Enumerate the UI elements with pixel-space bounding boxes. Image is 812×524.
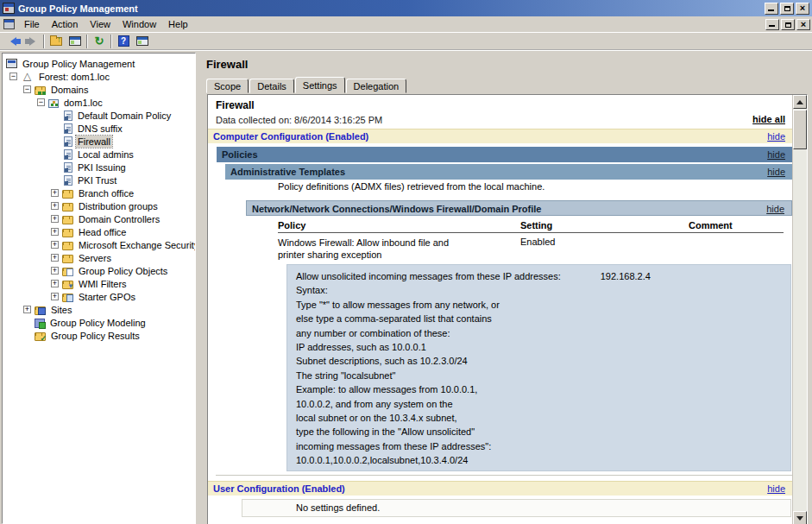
tab[interactable]: Details	[249, 79, 294, 93]
tab[interactable]: Delegation	[346, 79, 407, 93]
tree-expander[interactable]	[51, 163, 59, 171]
minimize-button[interactable]	[765, 3, 778, 15]
tree-expander[interactable]: +	[51, 267, 59, 275]
child-minimize-button[interactable]	[765, 19, 779, 30]
tree-item[interactable]: Firewall	[3, 135, 195, 148]
tree-item[interactable]: + Group Policy Objects	[3, 264, 195, 277]
up-one-level-button[interactable]	[47, 34, 66, 49]
scroll-up-icon	[796, 100, 803, 104]
tree-item-label: dom1.loc	[62, 97, 104, 109]
tree-expander[interactable]: +	[51, 293, 59, 300]
hide-link[interactable]: hide	[766, 201, 784, 217]
scrollbar-thumb[interactable]	[793, 110, 807, 149]
tree-item-label: Head office	[77, 226, 128, 238]
hide-all-link[interactable]: hide all	[752, 114, 785, 124]
tree-expander[interactable]: +	[51, 189, 59, 197]
tree-item[interactable]: Group Policy Modeling	[3, 316, 195, 329]
tree-item-icon	[48, 99, 59, 108]
report-scrollbar[interactable]	[792, 95, 807, 524]
tree-item-label: WMI Filters	[77, 278, 129, 290]
tree-item[interactable]: + Domain Controllers	[3, 212, 195, 225]
tab[interactable]: Settings	[295, 77, 345, 93]
admx-note: Policy definitions (ADMX files) retrieve…	[278, 181, 544, 192]
tree-item[interactable]: − △ Forest: dom1.loc	[3, 70, 195, 83]
result-panel: Firewall ScopeDetailsSettingsDelegation …	[201, 51, 812, 524]
tree-item[interactable]: + Starter GPOs	[3, 290, 195, 303]
main-area: Group Policy Management − △ Forest: dom1…	[0, 51, 812, 524]
tree-expander[interactable]: +	[51, 228, 59, 236]
show-action-pane-button[interactable]	[133, 34, 152, 49]
back-button[interactable]	[3, 34, 22, 49]
tree-item[interactable]: + Microsoft Exchange Security Groups	[3, 238, 195, 251]
detail-line: Example: to allow messages from 10.0.0.1…	[296, 382, 790, 396]
scroll-up-button[interactable]	[793, 95, 807, 109]
tree-item[interactable]: Group Policy Management	[3, 57, 195, 70]
tree-item[interactable]: + Servers	[3, 251, 195, 264]
menu-bar: FileActionViewWindowHelp ×	[0, 16, 812, 33]
tree-expander[interactable]: +	[51, 280, 59, 287]
tree-expander[interactable]: +	[51, 202, 59, 210]
tree-item[interactable]: Default Domain Policy	[3, 109, 195, 122]
menu-item[interactable]: Action	[46, 17, 85, 31]
tree-item[interactable]: Group Policy Results	[3, 329, 195, 342]
tree-item-label: Group Policy Modeling	[48, 317, 148, 329]
tree-item[interactable]: − Domains	[3, 83, 195, 96]
detail-text: Allow unsolicited incoming messages from…	[296, 271, 561, 281]
menu-item[interactable]: View	[84, 17, 116, 31]
tree-item[interactable]: + WMI Filters	[3, 277, 195, 290]
forward-button[interactable]	[22, 34, 41, 49]
tree-item[interactable]: + Sites	[3, 303, 195, 316]
tree-expander[interactable]: +	[23, 306, 31, 313]
child-close-button[interactable]: ×	[796, 19, 810, 30]
tree-expander[interactable]	[23, 319, 31, 326]
tree-item[interactable]: DNS suffix	[3, 122, 195, 135]
tree-item[interactable]: PKI Issuing	[3, 161, 195, 174]
tree-expander[interactable]: −	[37, 98, 45, 106]
restore-button[interactable]	[780, 3, 794, 15]
child-restore-button[interactable]	[781, 19, 795, 30]
detail-text: 10.0.0.1,10.0.0.2,localsubnet,10.3.4.0/2…	[296, 455, 468, 465]
tree-expander[interactable]: −	[23, 85, 31, 93]
hide-link[interactable]: hide	[767, 482, 785, 496]
tree-expander[interactable]	[51, 150, 59, 158]
help-button[interactable]: ?	[114, 34, 133, 49]
tree-expander[interactable]	[51, 111, 59, 119]
close-button[interactable]: ×	[796, 3, 809, 15]
tree-expander[interactable]	[51, 137, 59, 145]
menu-item[interactable]: Help	[162, 17, 194, 31]
hide-link[interactable]: hide	[767, 147, 785, 162]
detail-text: Example: to allow messages from 10.0.0.1…	[296, 384, 477, 395]
refresh-button[interactable]: ↻	[90, 34, 109, 49]
tree-expander[interactable]: +	[51, 241, 59, 249]
tree-item[interactable]: PKI Trust	[3, 174, 195, 186]
tree-expander[interactable]	[23, 331, 31, 339]
tree-item[interactable]: Local admins	[3, 148, 195, 161]
tree-item[interactable]: + Head office	[3, 225, 195, 238]
scroll-down-icon	[796, 516, 803, 521]
detail-line: IP addresses, such as 10.0.0.1	[296, 340, 790, 354]
tree-expander[interactable]: +	[51, 215, 59, 223]
hide-link[interactable]: hide	[767, 129, 785, 144]
detail-line: The string "localsubnet"	[296, 369, 790, 382]
hide-link[interactable]: hide	[767, 164, 785, 180]
tree-item-icon	[35, 306, 46, 315]
tree-expander[interactable]	[51, 124, 59, 132]
tab[interactable]: Scope	[206, 79, 249, 93]
tree-item[interactable]: − dom1.loc	[3, 96, 195, 109]
tree-item-label: Starter GPOs	[77, 291, 137, 303]
tree-item-icon	[62, 229, 73, 237]
tree-item[interactable]: + Distribution groups	[3, 199, 195, 212]
folder-up-icon	[50, 37, 62, 46]
tree-expander[interactable]: −	[9, 73, 17, 80]
tree-item-icon	[64, 162, 72, 173]
show-console-tree-button[interactable]	[66, 34, 85, 49]
tree-item[interactable]: + Branch office	[3, 186, 195, 199]
tree-expander[interactable]	[51, 176, 59, 184]
window-title: Group Policy Management	[18, 3, 763, 14]
menu-item[interactable]: File	[18, 17, 46, 31]
menu-item[interactable]: Window	[116, 17, 162, 31]
tree-expander[interactable]: +	[51, 254, 59, 262]
tree-item-label: Distribution groups	[77, 200, 160, 212]
scroll-down-button[interactable]	[793, 511, 807, 524]
detail-text: Syntax:	[296, 285, 328, 295]
